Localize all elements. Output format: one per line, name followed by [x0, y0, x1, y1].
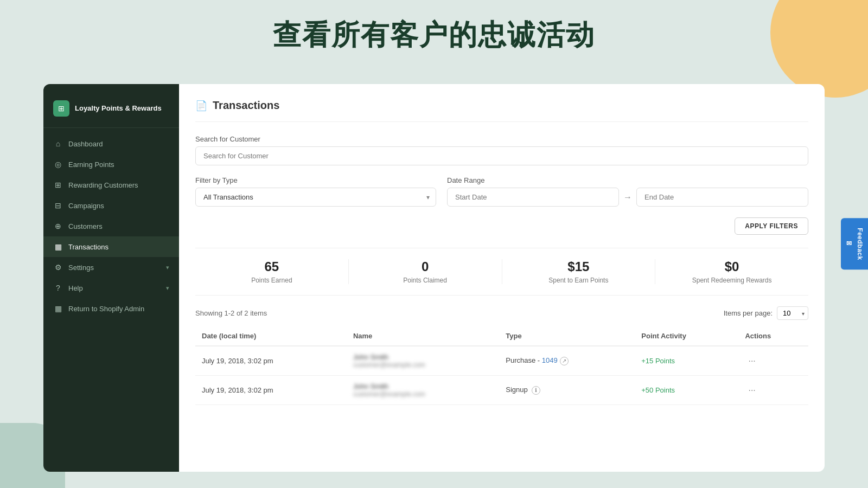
- table-header-row: Date (local time)NameTypePoint ActivityA…: [195, 326, 808, 346]
- sidebar-item-label-settings: Settings: [68, 264, 161, 272]
- campaigns-icon: ⊟: [53, 201, 63, 210]
- point-activity-value-1: +50 Points: [641, 386, 675, 394]
- col-header-actions: Actions: [738, 326, 808, 346]
- customers-icon: ⊕: [53, 221, 63, 231]
- sidebar-item-label-earning-points: Earning Points: [68, 160, 169, 169]
- sidebar-item-label-customers: Customers: [68, 222, 169, 230]
- settings-icon: ⚙: [53, 262, 63, 272]
- sidebar: ⊞ Loyalty Points & Rewards ⌂Dashboard◎Ea…: [43, 84, 179, 472]
- filter-date-label: Date Range: [447, 176, 808, 184]
- col-header-date-(local-time): Date (local time): [195, 326, 347, 346]
- start-date-input[interactable]: [447, 188, 619, 207]
- help-chevron-icon: ▾: [166, 285, 169, 292]
- actions-button-1[interactable]: ···: [745, 384, 758, 396]
- sidebar-logo-text: Loyalty Points & Rewards: [75, 104, 162, 113]
- sidebar-logo-icon: ⊞: [53, 100, 69, 117]
- col-header-point-activity: Point Activity: [635, 326, 738, 346]
- sidebar-item-transactions[interactable]: ▦Transactions: [43, 236, 179, 257]
- customer-name: John Smith: [353, 353, 493, 361]
- content-header: 📄 Transactions: [195, 99, 808, 122]
- table-body: July 19, 2018, 3:02 pmJohn Smithcustomer…: [195, 346, 808, 405]
- sidebar-item-label-transactions: Transactions: [68, 243, 169, 251]
- content-title: Transactions: [213, 99, 279, 112]
- sidebar-item-dashboard[interactable]: ⌂Dashboard: [43, 133, 179, 154]
- row-0-name: John Smithcustomer@example.com: [347, 346, 499, 376]
- filter-type-label: Filter by Type: [195, 176, 436, 184]
- apply-filters-button[interactable]: APPLY FILTERS: [735, 217, 808, 235]
- stat-label: Points Earned: [195, 277, 348, 284]
- row-0-points: +15 Points: [635, 346, 738, 376]
- sidebar-item-campaigns[interactable]: ⊟Campaigns: [43, 195, 179, 216]
- help-icon: ?: [53, 283, 63, 293]
- feedback-label: Feedback: [856, 228, 864, 260]
- stats-row: 65 Points Earned 0 Points Claimed $15 Sp…: [195, 248, 808, 296]
- table-header: Date (local time)NameTypePoint ActivityA…: [195, 326, 808, 346]
- sidebar-item-customers[interactable]: ⊕Customers: [43, 216, 179, 236]
- search-label: Search for Customer: [195, 135, 808, 143]
- customer-name: John Smith: [353, 382, 493, 390]
- sidebar-item-return-shopify[interactable]: ▦Return to Shopify Admin: [43, 298, 179, 319]
- row-0-actions: ···: [738, 346, 808, 376]
- sidebar-item-label-help: Help: [68, 284, 161, 292]
- end-date-input[interactable]: [636, 188, 808, 207]
- customer-email: customer@example.com: [353, 361, 493, 369]
- stat-points-earned: 65 Points Earned: [195, 259, 349, 284]
- stat-points-claimed: 0 Points Claimed: [349, 259, 502, 284]
- type-link-0[interactable]: 1049: [542, 356, 558, 364]
- date-arrow-icon: →: [623, 192, 632, 202]
- row-1-type: Signup ℹ: [499, 376, 635, 405]
- filter-row: Filter by Type All TransactionsPurchaseS…: [195, 176, 808, 207]
- row-1-actions: ···: [738, 376, 808, 405]
- main-container: ⊞ Loyalty Points & Rewards ⌂Dashboard◎Ea…: [43, 84, 825, 472]
- search-section: Search for Customer: [195, 135, 808, 165]
- sidebar-item-help[interactable]: ?Help▾: [43, 278, 179, 298]
- rewarding-customers-icon: ⊞: [53, 180, 63, 190]
- sidebar-item-label-return-shopify: Return to Shopify Admin: [68, 305, 169, 313]
- feedback-icon: ✉: [845, 240, 853, 248]
- stat-label: Spent to Earn Points: [502, 277, 655, 284]
- page-title-area: 查看所有客户的忠诚活动: [0, 16, 868, 54]
- sidebar-item-earning-points[interactable]: ◎Earning Points: [43, 154, 179, 175]
- sidebar-logo: ⊞ Loyalty Points & Rewards: [43, 95, 179, 128]
- return-shopify-icon: ▦: [53, 304, 63, 313]
- items-per-page-label: Items per page:: [724, 309, 773, 317]
- sidebar-item-rewarding-customers[interactable]: ⊞Rewarding Customers: [43, 175, 179, 195]
- sidebar-item-settings[interactable]: ⚙Settings▾: [43, 257, 179, 278]
- row-1-date: July 19, 2018, 3:02 pm: [195, 376, 347, 405]
- stat-spent-redeeming-rewards: $0 Spent Redeeming Rewards: [655, 259, 808, 284]
- table-controls: Showing 1-2 of 2 items Items per page: 1…: [195, 306, 808, 320]
- customer-email: customer@example.com: [353, 390, 493, 398]
- actions-button-0[interactable]: ···: [745, 355, 758, 367]
- filter-type-group: Filter by Type All TransactionsPurchaseS…: [195, 176, 436, 207]
- row-1-points: +50 Points: [635, 376, 738, 405]
- filter-type-wrapper: All TransactionsPurchaseSignupRedemption…: [195, 188, 436, 207]
- items-per-page-control: Items per page: 102550100 ▾: [724, 306, 808, 320]
- per-page-select-wrapper: 102550100 ▾: [777, 306, 808, 320]
- sidebar-item-label-dashboard: Dashboard: [68, 140, 169, 148]
- feedback-button[interactable]: Feedback ✉: [841, 218, 868, 269]
- col-header-name: Name: [347, 326, 499, 346]
- page-title: 查看所有客户的忠诚活动: [0, 16, 868, 54]
- row-0-type: Purchase - 1049↗: [499, 346, 635, 376]
- stat-label: Points Claimed: [349, 277, 502, 284]
- sidebar-item-label-rewarding-customers: Rewarding Customers: [68, 181, 169, 189]
- table-row: July 19, 2018, 3:02 pmJohn Smithcustomer…: [195, 346, 808, 376]
- table-row: July 19, 2018, 3:02 pmJohn Smithcustomer…: [195, 376, 808, 405]
- earning-points-icon: ◎: [53, 159, 63, 169]
- type-info-icon-0[interactable]: ↗: [560, 357, 569, 365]
- settings-chevron-icon: ▾: [166, 264, 169, 271]
- stat-value: 0: [349, 259, 502, 274]
- row-1-name: John Smithcustomer@example.com: [347, 376, 499, 405]
- col-header-type: Type: [499, 326, 635, 346]
- transactions-table: Date (local time)NameTypePoint ActivityA…: [195, 326, 808, 405]
- signup-info-icon-1[interactable]: ℹ: [532, 386, 540, 395]
- transactions-icon: ▦: [53, 242, 63, 252]
- sidebar-item-label-campaigns: Campaigns: [68, 202, 169, 210]
- filter-type-select[interactable]: All TransactionsPurchaseSignupRedemption: [195, 188, 436, 207]
- stat-value: $15: [502, 259, 655, 274]
- point-activity-value-0: +15 Points: [641, 357, 675, 365]
- showing-text: Showing 1-2 of 2 items: [195, 309, 267, 317]
- per-page-select[interactable]: 102550100: [777, 306, 808, 320]
- stat-label: Spent Redeeming Rewards: [655, 277, 808, 284]
- search-input[interactable]: [195, 146, 808, 165]
